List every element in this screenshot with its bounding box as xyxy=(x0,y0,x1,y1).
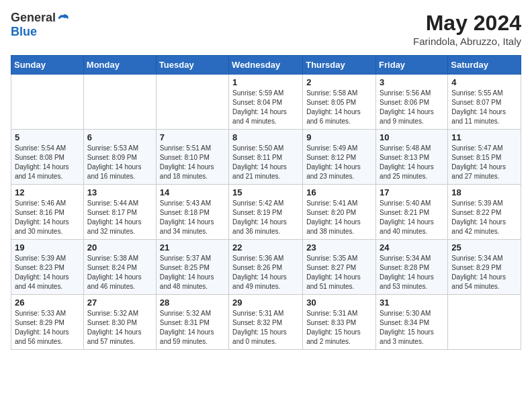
day-detail: Sunrise: 5:37 AMSunset: 8:25 PMDaylight:… xyxy=(160,254,225,291)
day-detail: Sunrise: 5:31 AMSunset: 8:33 PMDaylight:… xyxy=(306,309,372,347)
day-number: 17 xyxy=(380,187,444,197)
calendar-day-cell: 5Sunrise: 5:54 AMSunset: 8:08 PMDaylight… xyxy=(11,130,84,185)
calendar-day-cell: 11Sunrise: 5:47 AMSunset: 8:15 PMDayligh… xyxy=(448,130,521,185)
calendar-table: SundayMondayTuesdayWednesdayThursdayFrid… xyxy=(11,55,521,350)
calendar-day-cell: 2Sunrise: 5:58 AMSunset: 8:05 PMDaylight… xyxy=(303,75,376,130)
day-detail: Sunrise: 5:49 AMSunset: 8:12 PMDaylight:… xyxy=(306,144,372,181)
day-of-week-header: Tuesday xyxy=(156,56,228,75)
day-number: 15 xyxy=(232,187,299,197)
calendar-day-cell: 24Sunrise: 5:34 AMSunset: 8:28 PMDayligh… xyxy=(376,240,448,295)
calendar-day-cell: 29Sunrise: 5:31 AMSunset: 8:32 PMDayligh… xyxy=(229,295,303,350)
calendar-day-cell: 20Sunrise: 5:38 AMSunset: 8:24 PMDayligh… xyxy=(83,240,156,295)
title-section: May 2024 Farindola, Abruzzo, Italy xyxy=(413,11,521,47)
calendar-day-cell xyxy=(448,295,521,350)
logo-icon xyxy=(57,12,69,24)
calendar-day-cell: 3Sunrise: 5:56 AMSunset: 8:06 PMDaylight… xyxy=(376,75,448,130)
calendar-day-cell: 21Sunrise: 5:37 AMSunset: 8:25 PMDayligh… xyxy=(156,240,228,295)
day-detail: Sunrise: 5:40 AMSunset: 8:21 PMDaylight:… xyxy=(380,199,444,236)
calendar-day-cell: 22Sunrise: 5:36 AMSunset: 8:26 PMDayligh… xyxy=(229,240,303,295)
calendar-week-row: 12Sunrise: 5:46 AMSunset: 8:16 PMDayligh… xyxy=(11,185,521,240)
day-number: 18 xyxy=(451,187,517,197)
logo-general-text: General xyxy=(11,11,56,25)
logo-blue-text: Blue xyxy=(11,25,37,39)
calendar-week-row: 1Sunrise: 5:59 AMSunset: 8:04 PMDaylight… xyxy=(11,75,521,130)
day-number: 19 xyxy=(15,242,80,253)
calendar-day-cell: 27Sunrise: 5:32 AMSunset: 8:30 PMDayligh… xyxy=(83,295,156,350)
page-header: General Blue May 2024 Farindola, Abruzzo… xyxy=(11,11,521,47)
calendar-week-row: 5Sunrise: 5:54 AMSunset: 8:08 PMDaylight… xyxy=(11,130,521,185)
day-detail: Sunrise: 5:30 AMSunset: 8:34 PMDaylight:… xyxy=(380,309,444,347)
calendar-day-cell: 9Sunrise: 5:49 AMSunset: 8:12 PMDaylight… xyxy=(303,130,376,185)
day-number: 4 xyxy=(451,77,517,87)
location: Farindola, Abruzzo, Italy xyxy=(413,36,521,47)
day-of-week-header: Monday xyxy=(83,56,156,75)
calendar-day-cell: 4Sunrise: 5:55 AMSunset: 8:07 PMDaylight… xyxy=(448,75,521,130)
logo: General Blue xyxy=(11,11,69,39)
day-number: 11 xyxy=(451,132,517,142)
calendar-day-cell xyxy=(83,75,156,130)
day-number: 9 xyxy=(306,132,372,142)
day-detail: Sunrise: 5:42 AMSunset: 8:19 PMDaylight:… xyxy=(232,199,299,236)
day-number: 23 xyxy=(306,242,372,253)
day-detail: Sunrise: 5:38 AMSunset: 8:24 PMDaylight:… xyxy=(87,254,152,291)
calendar-day-cell: 25Sunrise: 5:34 AMSunset: 8:29 PMDayligh… xyxy=(448,240,521,295)
calendar-day-cell: 7Sunrise: 5:51 AMSunset: 8:10 PMDaylight… xyxy=(156,130,228,185)
day-detail: Sunrise: 5:43 AMSunset: 8:18 PMDaylight:… xyxy=(160,199,225,236)
day-number: 27 xyxy=(87,298,152,308)
calendar-day-cell: 30Sunrise: 5:31 AMSunset: 8:33 PMDayligh… xyxy=(303,295,376,350)
day-number: 12 xyxy=(15,187,80,197)
day-detail: Sunrise: 5:54 AMSunset: 8:08 PMDaylight:… xyxy=(15,144,80,181)
day-detail: Sunrise: 5:48 AMSunset: 8:13 PMDaylight:… xyxy=(380,144,444,181)
day-detail: Sunrise: 5:47 AMSunset: 8:15 PMDaylight:… xyxy=(451,144,517,181)
calendar-day-cell: 14Sunrise: 5:43 AMSunset: 8:18 PMDayligh… xyxy=(156,185,228,240)
day-detail: Sunrise: 5:50 AMSunset: 8:11 PMDaylight:… xyxy=(232,144,299,181)
day-number: 2 xyxy=(306,77,372,87)
month-title: May 2024 xyxy=(413,11,521,36)
day-detail: Sunrise: 5:33 AMSunset: 8:29 PMDaylight:… xyxy=(15,309,80,347)
day-number: 8 xyxy=(232,132,299,142)
calendar-day-cell: 1Sunrise: 5:59 AMSunset: 8:04 PMDaylight… xyxy=(229,75,303,130)
calendar-day-cell: 12Sunrise: 5:46 AMSunset: 8:16 PMDayligh… xyxy=(11,185,84,240)
calendar-day-cell: 13Sunrise: 5:44 AMSunset: 8:17 PMDayligh… xyxy=(83,185,156,240)
calendar-day-cell: 8Sunrise: 5:50 AMSunset: 8:11 PMDaylight… xyxy=(229,130,303,185)
day-number: 26 xyxy=(15,298,80,308)
calendar-day-cell: 10Sunrise: 5:48 AMSunset: 8:13 PMDayligh… xyxy=(376,130,448,185)
day-of-week-header: Thursday xyxy=(303,56,376,75)
day-number: 22 xyxy=(232,242,299,253)
day-number: 14 xyxy=(160,187,225,197)
calendar-day-cell xyxy=(11,75,84,130)
day-detail: Sunrise: 5:53 AMSunset: 8:09 PMDaylight:… xyxy=(87,144,152,181)
day-detail: Sunrise: 5:34 AMSunset: 8:29 PMDaylight:… xyxy=(451,254,517,291)
day-of-week-header: Friday xyxy=(376,56,448,75)
calendar-day-cell: 17Sunrise: 5:40 AMSunset: 8:21 PMDayligh… xyxy=(376,185,448,240)
day-number: 28 xyxy=(160,298,225,308)
day-number: 1 xyxy=(232,77,299,87)
day-detail: Sunrise: 5:35 AMSunset: 8:27 PMDaylight:… xyxy=(306,254,372,291)
day-detail: Sunrise: 5:31 AMSunset: 8:32 PMDaylight:… xyxy=(232,309,299,347)
day-of-week-header: Saturday xyxy=(448,56,521,75)
day-number: 13 xyxy=(87,187,152,197)
day-detail: Sunrise: 5:56 AMSunset: 8:06 PMDaylight:… xyxy=(380,89,444,126)
day-number: 24 xyxy=(380,242,444,253)
day-detail: Sunrise: 5:46 AMSunset: 8:16 PMDaylight:… xyxy=(15,199,80,236)
calendar-day-cell: 26Sunrise: 5:33 AMSunset: 8:29 PMDayligh… xyxy=(11,295,84,350)
day-of-week-header: Sunday xyxy=(11,56,84,75)
day-detail: Sunrise: 5:44 AMSunset: 8:17 PMDaylight:… xyxy=(87,199,152,236)
day-number: 21 xyxy=(160,242,225,253)
day-detail: Sunrise: 5:36 AMSunset: 8:26 PMDaylight:… xyxy=(232,254,299,291)
day-number: 6 xyxy=(87,132,152,142)
day-number: 16 xyxy=(306,187,372,197)
day-of-week-header: Wednesday xyxy=(229,56,303,75)
day-detail: Sunrise: 5:39 AMSunset: 8:23 PMDaylight:… xyxy=(15,254,80,291)
day-number: 3 xyxy=(380,77,444,87)
day-detail: Sunrise: 5:58 AMSunset: 8:05 PMDaylight:… xyxy=(306,89,372,126)
calendar-day-cell: 23Sunrise: 5:35 AMSunset: 8:27 PMDayligh… xyxy=(303,240,376,295)
day-detail: Sunrise: 5:41 AMSunset: 8:20 PMDaylight:… xyxy=(306,199,372,236)
day-number: 5 xyxy=(15,132,80,142)
calendar-day-cell: 16Sunrise: 5:41 AMSunset: 8:20 PMDayligh… xyxy=(303,185,376,240)
day-number: 31 xyxy=(380,298,444,308)
day-detail: Sunrise: 5:34 AMSunset: 8:28 PMDaylight:… xyxy=(380,254,444,291)
calendar-week-row: 26Sunrise: 5:33 AMSunset: 8:29 PMDayligh… xyxy=(11,295,521,350)
calendar-day-cell xyxy=(156,75,228,130)
day-detail: Sunrise: 5:39 AMSunset: 8:22 PMDaylight:… xyxy=(451,199,517,236)
